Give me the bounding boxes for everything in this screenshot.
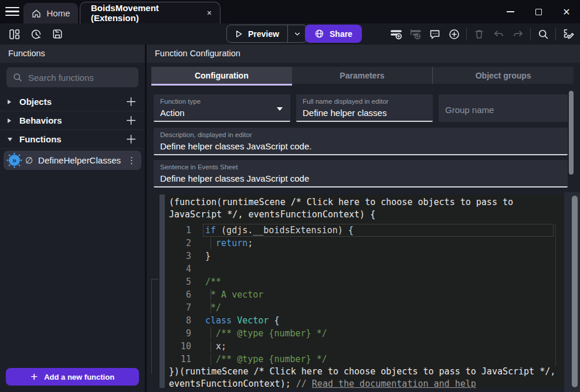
function-type-select[interactable]: Function type Action — [154, 94, 290, 122]
functions-sidebar: Functions Objects — [0, 45, 145, 392]
line-number: 9 — [165, 327, 191, 340]
minimize-icon[interactable] — [505, 6, 515, 17]
share-button[interactable]: Share — [305, 25, 362, 43]
preview-button[interactable]: Preview — [226, 25, 307, 43]
full-name-field[interactable]: Full name displayed in editor Define hel… — [296, 94, 433, 122]
description-field[interactable]: Description, displayed in editor Define … — [154, 128, 568, 155]
line-number: 1 — [165, 224, 191, 237]
home-icon — [31, 8, 42, 19]
javascript-code-editor[interactable]: (function(runtimeScene /* Click here to … — [165, 195, 564, 388]
search-box[interactable] — [6, 67, 138, 87]
tab-home[interactable]: Home — [23, 3, 78, 23]
preview-dropdown-button[interactable] — [288, 30, 307, 38]
code-line[interactable]: 7 */ — [165, 301, 564, 314]
maximize-icon[interactable] — [533, 6, 544, 17]
add-new-function-label: Add a new function — [44, 373, 114, 381]
line-number: 8 — [165, 314, 191, 327]
event-drag-handle[interactable] — [160, 195, 165, 388]
chevron-right-icon[interactable] — [8, 118, 16, 123]
tab-object-groups[interactable]: Object groups — [433, 67, 574, 86]
function-item-definehelperclasses[interactable]: » ∅ DefineHelperClasses ⋮ — [4, 151, 141, 170]
edit-extension-icon[interactable] — [561, 27, 575, 41]
function-icon: » — [9, 155, 20, 166]
code-line[interactable]: 6 * A vector — [165, 288, 564, 301]
undo-icon[interactable] — [491, 27, 506, 41]
window-close-icon[interactable]: ✕ — [561, 6, 572, 17]
toolbar-divider — [555, 28, 556, 40]
code-line[interactable]: 2 return; — [165, 237, 564, 250]
preview-label: Preview — [248, 29, 279, 39]
events-scrollbar-track — [564, 192, 580, 392]
events-scrollbar-thumb[interactable] — [572, 196, 578, 387]
chevron-down-icon[interactable] — [8, 138, 16, 141]
gdevelop-window: Home BoidsMovement (Extension) × ✕ — [0, 0, 580, 392]
line-number: 2 — [165, 237, 191, 250]
field-value: Define helper classes JavaScript code. — [160, 141, 561, 151]
code-line[interactable]: 9 /** @type {number} */ — [165, 327, 564, 340]
private-function-icon: ∅ — [25, 155, 33, 166]
chevron-right-icon[interactable] — [8, 100, 16, 104]
add-event-icon[interactable] — [389, 27, 403, 41]
code-line[interactable]: 5/** — [165, 275, 564, 288]
add-comment-icon[interactable] — [428, 27, 442, 41]
add-object-button[interactable] — [124, 96, 137, 108]
line-number: 10 — [165, 340, 191, 353]
line-number: 7 — [165, 301, 191, 314]
tab-parameters[interactable]: Parameters — [292, 67, 433, 86]
code-line[interactable]: 10 x; — [165, 340, 564, 353]
redo-icon[interactable] — [511, 27, 525, 41]
line-content: class Vector { — [205, 314, 279, 327]
events-sheet: (function(runtimeScene /* Click here to … — [147, 192, 580, 392]
sidebar-item-objects[interactable]: Objects — [0, 93, 145, 111]
main-header: Function Configuration — [147, 45, 580, 63]
content-area: Functions Objects — [0, 45, 580, 392]
field-label: Sentence in Events Sheet — [160, 163, 561, 171]
line-content: */ — [205, 301, 221, 314]
code-line[interactable]: 3} — [165, 250, 564, 263]
save-icon[interactable] — [50, 27, 65, 41]
line-number: 11 — [165, 353, 191, 366]
add-behavior-button[interactable] — [124, 114, 137, 127]
line-number: 3 — [165, 250, 191, 263]
code-lines: 1if (gdjs.__boidsExtension) {2 return;3}… — [165, 224, 564, 366]
config-tabs: Configuration Parameters Object groups — [147, 67, 580, 86]
function-item-label: DefineHelperClasses — [38, 155, 122, 165]
kebab-menu-icon[interactable]: ⋮ — [127, 155, 136, 166]
code-line[interactable]: 8class Vector { — [165, 314, 564, 327]
sidebar-item-functions[interactable]: Functions — [0, 130, 145, 149]
line-number: 4 — [165, 263, 191, 275]
toolbar-divider — [530, 28, 531, 40]
form-scrollbar[interactable] — [569, 91, 574, 175]
group-name-field[interactable]: Group name — [439, 94, 568, 122]
search-icon — [12, 72, 23, 83]
tab-active-label: BoidsMovement (Extension) — [91, 3, 207, 23]
add-function-quick-button[interactable] — [124, 133, 137, 146]
search-input[interactable] — [28, 73, 133, 83]
event-indent-bracket — [151, 279, 158, 374]
code-line[interactable]: 4 — [165, 263, 564, 275]
code-wrapper-header[interactable]: (function(runtimeScene /* Click here to … — [165, 195, 564, 221]
toolbar: Preview Share — [0, 23, 580, 45]
search-icon[interactable] — [536, 27, 550, 41]
layout-panels-icon[interactable] — [7, 27, 21, 41]
add-new-function-button[interactable]: + Add a new function — [6, 368, 139, 386]
toolbar-right-icons — [389, 23, 575, 45]
trash-icon[interactable] — [472, 27, 486, 41]
line-content: /** — [205, 275, 221, 288]
add-subevent-icon[interactable] — [408, 27, 422, 41]
sidebar-item-behaviors[interactable]: Behaviors — [0, 111, 145, 130]
code-wrapper-footer[interactable]: })(runtimeScene /* Click here to choose … — [165, 366, 564, 388]
documentation-link[interactable]: Read the documentation and help — [312, 379, 476, 388]
tab-close-icon[interactable]: × — [207, 8, 212, 18]
add-circle-icon[interactable] — [447, 27, 461, 41]
titlebar: Home BoidsMovement (Extension) × ✕ — [0, 0, 580, 23]
chevron-down-icon — [293, 30, 301, 38]
hamburger-menu-icon[interactable] — [5, 7, 19, 16]
tab-boidsmovement[interactable]: BoidsMovement (Extension) × — [80, 2, 221, 23]
code-line[interactable]: 11 /** @type {number} */ — [165, 353, 564, 366]
sentence-field[interactable]: Sentence in Events Sheet Define helper c… — [154, 160, 568, 188]
toolbar-divider — [466, 28, 467, 40]
tab-configuration[interactable]: Configuration — [151, 67, 292, 86]
code-line[interactable]: 1if (gdjs.__boidsExtension) { — [165, 224, 564, 237]
history-icon[interactable] — [29, 27, 43, 41]
